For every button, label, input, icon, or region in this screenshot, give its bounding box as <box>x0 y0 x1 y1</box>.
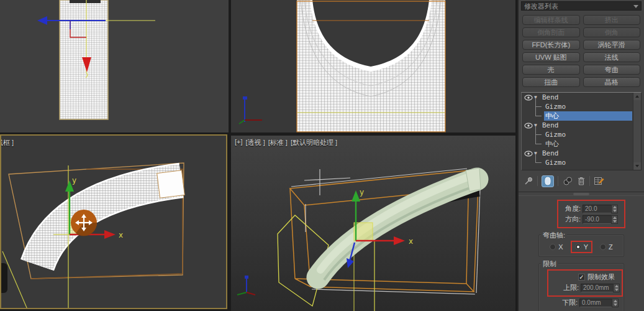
bend-parameters-rollout: 角度: 20.0 方向: -90.0 <box>519 196 644 311</box>
stack-item-label[interactable]: Bend <box>541 93 632 102</box>
axis-y-label: y <box>360 188 364 197</box>
move-plane-handle[interactable] <box>354 223 373 241</box>
command-panel: 修改器列表 编辑样条线挤出倒角剖面倒角FFD(长方体)涡轮平滑UVW 贴图法线壳… <box>517 0 644 311</box>
toolbar-separator <box>537 176 538 186</box>
modifier-button: 编辑样条线 <box>522 15 580 25</box>
x-axis-arrow-icon[interactable] <box>394 236 405 245</box>
viewport-front[interactable] <box>0 0 229 132</box>
viewport-wireframe-active[interactable]: 线框 ] y x <box>0 134 227 309</box>
viewport-label-wireframe[interactable]: 线框 ] <box>0 138 14 147</box>
stack-row[interactable]: Gizmo <box>522 158 641 167</box>
visibility-eye-icon[interactable] <box>524 95 533 101</box>
top-viewport-canvas <box>231 0 515 132</box>
modifier-button[interactable]: 弯曲 <box>583 65 641 75</box>
splitter-grip-icon[interactable] <box>573 193 589 195</box>
modifier-stack-list[interactable]: ▼BendGizmo中心▼BendGizmo中心▼BendGizmo <box>521 92 642 170</box>
tube-end-cap <box>157 170 185 198</box>
modifier-button[interactable]: 晶格 <box>583 77 641 87</box>
viewport-top[interactable] <box>231 0 515 132</box>
axis-option-z[interactable]: Z <box>597 241 615 253</box>
axis-y-label: y <box>72 176 76 185</box>
modifier-button[interactable]: 法线 <box>583 52 641 62</box>
upper-limit-spinner[interactable] <box>613 284 620 292</box>
visibility-eye-icon[interactable] <box>524 151 533 157</box>
upper-limit-label: 上限: <box>558 283 579 292</box>
stack-item-label[interactable]: Bend <box>541 149 632 158</box>
stack-row[interactable]: 中心 <box>522 111 641 121</box>
visibility-eye-icon[interactable] <box>524 123 533 129</box>
rollout-splitter[interactable] <box>519 192 644 196</box>
stack-item-label[interactable]: Bend <box>541 121 632 130</box>
limit-effect-row[interactable]: ✓ 限制效果 <box>548 272 620 282</box>
angle-input[interactable]: 20.0 <box>583 205 611 213</box>
modifier-button[interactable]: UVW 贴图 <box>522 52 580 62</box>
modifier-buttons-grid: 编辑样条线挤出倒角剖面倒角FFD(长方体)涡轮平滑UVW 贴图法线壳弯曲扭曲晶格 <box>522 15 640 87</box>
viewport-perspective[interactable]: [+] [透视 ] [标准 ] [默认明暗处理 ] <box>231 136 515 311</box>
perspective-viewport-canvas: y x <box>231 136 515 311</box>
viewport-menu-pov[interactable]: [透视 ] <box>246 138 265 147</box>
direction-input[interactable]: -90.0 <box>583 215 611 224</box>
bend-axis-label: 弯曲轴: <box>541 231 567 240</box>
direction-spinner[interactable] <box>611 215 618 224</box>
scroll-up-icon[interactable] <box>633 93 641 100</box>
spinner-down-icon[interactable] <box>613 220 617 223</box>
lower-limit-label: 下限: <box>556 298 578 307</box>
radio-icon[interactable] <box>600 244 606 250</box>
viewport-corner-tab <box>0 263 7 293</box>
lower-limit-spinner[interactable] <box>612 299 619 307</box>
y-axis-arrow-icon[interactable] <box>351 190 360 202</box>
bend-axis-options: XYZ <box>542 241 620 253</box>
make-unique-icon[interactable] <box>562 176 573 186</box>
stack-scrollbar[interactable] <box>633 93 641 170</box>
stack-item-label[interactable]: Gizmo <box>544 130 632 139</box>
modifier-button: 挤出 <box>583 15 641 25</box>
viewport-label[interactable]: 线框 ] <box>0 138 14 147</box>
upper-limit-input[interactable]: 200.0mm <box>581 284 613 292</box>
stack-item-label[interactable]: 中心 <box>544 139 632 149</box>
viewport-label: [+] [透视 ] [标准 ] [默认明暗处理 ] <box>235 138 337 147</box>
stack-item-label[interactable]: Gizmo <box>544 102 632 111</box>
modifier-list-dropdown[interactable]: 修改器列表 <box>521 1 642 11</box>
modifier-button[interactable]: 壳 <box>522 65 580 75</box>
axis-option-x[interactable]: X <box>547 241 565 253</box>
remove-modifier-trash-icon[interactable] <box>577 176 586 186</box>
bend-axis-group: 弯曲轴: XYZ <box>538 234 624 257</box>
axis-tripod-icon <box>239 96 262 124</box>
scroll-down-icon[interactable] <box>633 162 641 170</box>
radio-icon[interactable] <box>575 244 581 250</box>
modifier-button[interactable]: 扭曲 <box>522 77 580 87</box>
modifier-button[interactable]: FFD(长方体) <box>522 40 580 50</box>
viewport-menu-standard[interactable]: [标准 ] <box>268 138 288 147</box>
stack-item-label[interactable]: Gizmo <box>544 158 632 167</box>
direction-row: 方向: -90.0 <box>561 215 622 224</box>
modifier-button: 倒角剖面 <box>522 27 580 37</box>
wireframe-viewport-canvas: y x <box>1 136 227 309</box>
toolbar-separator <box>558 176 558 186</box>
angle-spinner[interactable] <box>611 205 618 213</box>
spinner-down-icon[interactable] <box>615 288 619 291</box>
limits-group: 限制 ✓ 限制效果 上限: 200.0mm <box>538 263 624 311</box>
modifier-button[interactable]: 涡轮平滑 <box>583 40 641 50</box>
lower-limit-row: 下限: 0.0mm <box>542 298 620 307</box>
viewport-menu-general[interactable]: [+] <box>235 138 243 147</box>
lower-limit-input[interactable]: 0.0mm <box>579 299 612 307</box>
limit-effect-checkbox[interactable]: ✓ <box>578 274 585 281</box>
spinner-down-icon[interactable] <box>613 209 617 212</box>
angle-row: 角度: 20.0 <box>561 204 622 213</box>
spinner-down-icon[interactable] <box>614 303 617 306</box>
annotation-box-angle-direction: 角度: 20.0 方向: -90.0 <box>557 200 625 228</box>
chevron-down-icon[interactable] <box>633 5 638 8</box>
stack-item-label[interactable]: 中心 <box>544 111 632 121</box>
pin-stack-icon[interactable] <box>524 176 533 186</box>
axis-x-label: x <box>119 231 123 239</box>
radio-icon[interactable] <box>550 244 556 250</box>
axis-label: Y <box>584 243 588 251</box>
axis-option-y[interactable]: Y <box>571 241 592 253</box>
x-axis-arrow-icon[interactable] <box>104 230 116 239</box>
axis-label: Z <box>609 243 613 251</box>
show-end-result-button[interactable] <box>542 175 554 187</box>
viewport-menu-shading[interactable]: [默认明暗处理 ] <box>291 138 337 147</box>
axis-x-label: x <box>409 237 413 246</box>
configure-modifier-sets-icon[interactable] <box>594 176 605 186</box>
stack-row[interactable]: 中心 <box>522 139 641 149</box>
